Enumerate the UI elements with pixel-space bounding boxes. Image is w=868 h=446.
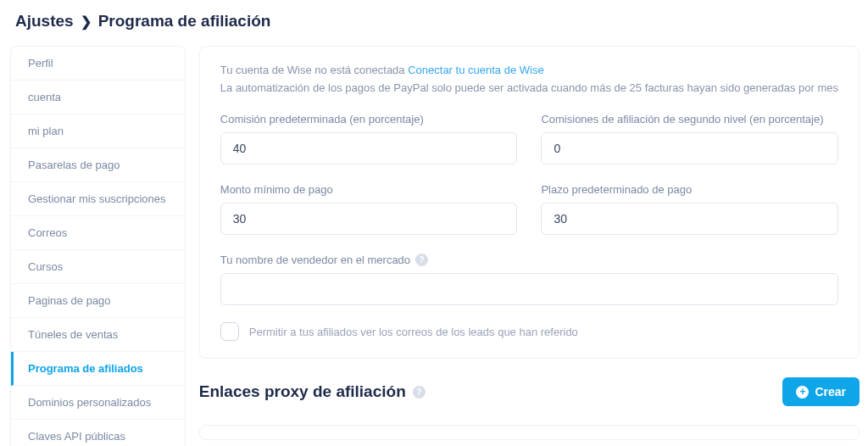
settings-sidebar: Perfil cuenta mi plan Pasarelas de pago … (10, 46, 186, 446)
sidebar-item-label: Claves API públicas (28, 430, 125, 443)
sidebar-item-paginas-pago[interactable]: Paginas de pago (11, 284, 185, 318)
chevron-right-icon: ❯ (81, 14, 92, 30)
proxy-links-section-header: Enlaces proxy de afiliación ? + Crear (199, 377, 860, 406)
vendor-name-input[interactable] (220, 273, 838, 305)
breadcrumb-current: Programa de afiliación (98, 12, 271, 31)
proxy-links-title: Enlaces proxy de afiliación (199, 382, 406, 401)
paypal-notice: La automatización de los pagos de PayPal… (220, 81, 838, 94)
second-tier-label: Comisiones de afiliación de segundo nive… (541, 113, 838, 125)
sidebar-item-label: Correos (28, 226, 67, 239)
wise-notice: Tu cuenta de Wise no está conectada Cone… (220, 64, 838, 76)
sidebar-item-cuenta[interactable]: cuenta (11, 81, 185, 114)
sidebar-item-api-keys[interactable]: Claves API públicas (11, 420, 185, 446)
sidebar-item-mi-plan[interactable]: mi plan (11, 114, 185, 148)
sidebar-item-label: Programa de afiliados (28, 362, 143, 375)
breadcrumb: Ajustes ❯ Programa de afiliación (0, 0, 868, 46)
sidebar-item-perfil[interactable]: Perfil (11, 47, 185, 81)
create-button-label: Crear (815, 385, 846, 399)
vendor-name-label: Tu nombre de vendedor en el mercado (220, 254, 410, 266)
commission-label: Comisión predeterminada (en porcentaje) (220, 113, 518, 125)
min-payout-input[interactable] (220, 203, 518, 235)
affiliate-settings-card: Tu cuenta de Wise no está conectada Cone… (199, 46, 860, 359)
payout-term-input[interactable] (541, 203, 838, 235)
sidebar-item-label: Paginas de pago (28, 294, 111, 307)
create-button[interactable]: + Crear (782, 377, 860, 406)
sidebar-item-cursos[interactable]: Cursos (11, 250, 185, 284)
sidebar-item-label: Pasarelas de pago (28, 159, 120, 171)
help-icon[interactable]: ? (413, 386, 426, 399)
payout-term-label: Plazo predeterminado de pago (541, 183, 838, 196)
sidebar-item-label: Cursos (28, 260, 63, 273)
sidebar-item-label: cuenta (28, 91, 61, 103)
second-tier-input[interactable] (541, 132, 838, 164)
sidebar-item-label: Gestionar mis suscripciones (28, 192, 166, 205)
sidebar-item-afiliados[interactable]: Programa de afiliados (11, 352, 185, 386)
sidebar-item-label: Túneles de ventas (28, 328, 118, 341)
sidebar-item-label: Dominios personalizados (28, 396, 151, 409)
sidebar-item-suscripciones[interactable]: Gestionar mis suscripciones (11, 182, 185, 216)
plus-icon: + (796, 386, 809, 399)
sidebar-item-label: mi plan (28, 125, 64, 137)
allow-view-emails-checkbox[interactable] (220, 322, 239, 341)
wise-connect-link[interactable]: Conectar tu cuenta de Wise (408, 64, 543, 76)
sidebar-item-tuneles[interactable]: Túneles de ventas (11, 318, 185, 352)
wise-notice-text: Tu cuenta de Wise no está conectada (220, 64, 405, 76)
sidebar-item-dominios[interactable]: Dominios personalizados (11, 386, 185, 420)
breadcrumb-root[interactable]: Ajustes (15, 12, 74, 31)
sidebar-item-correos[interactable]: Correos (11, 216, 185, 250)
min-payout-label: Monto mínimo de pago (220, 183, 518, 196)
commission-input[interactable] (220, 132, 518, 164)
sidebar-item-pasarelas-pago[interactable]: Pasarelas de pago (11, 148, 185, 182)
allow-view-emails-label: Permitir a tus afiliados ver los correos… (249, 326, 578, 338)
sidebar-item-label: Perfil (28, 57, 53, 70)
proxy-links-card (199, 425, 860, 440)
help-icon[interactable]: ? (415, 254, 428, 266)
